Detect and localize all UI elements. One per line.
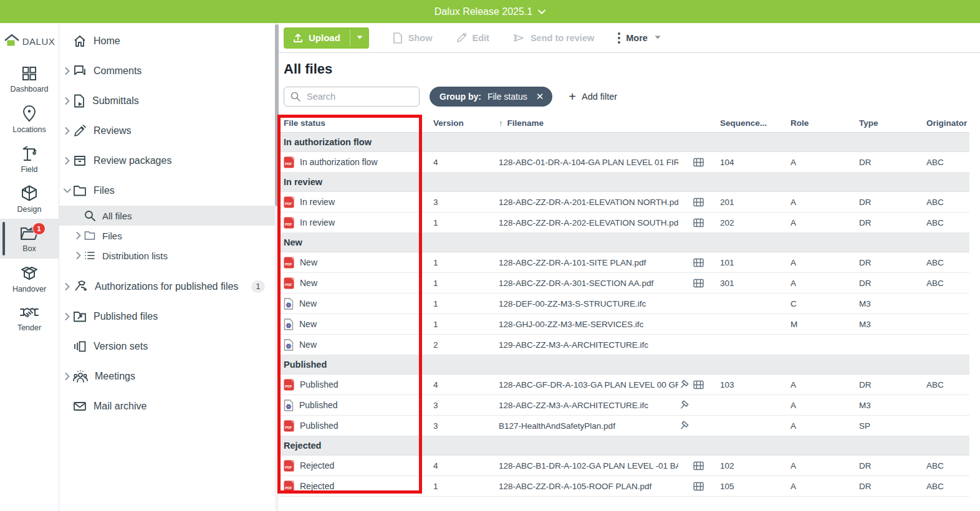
sheet-icon[interactable] [693,279,704,288]
sidebar-item-distribution-lists[interactable]: Distribution lists [59,246,275,265]
group-header-row[interactable]: Rejected [279,436,969,456]
rail-item-field[interactable]: Field [0,139,59,179]
sidebar-item-all-files[interactable]: All files [59,206,275,226]
project-chevron-down-icon[interactable] [538,9,545,14]
file-status-value: Published [299,400,338,410]
rail-item-locations[interactable]: Locations [0,99,59,139]
edit-button[interactable]: Edit [456,32,489,43]
upload-dropdown-button[interactable] [350,27,369,49]
remove-group-by-icon[interactable]: ✕ [536,91,544,102]
show-button[interactable]: Show [393,32,433,44]
sidebar-item-meetings[interactable]: Meetings [59,361,275,391]
type-value: DR [859,380,926,389]
upload-split-button[interactable]: Upload [284,27,369,49]
role-value: A [790,482,859,491]
group-header-row[interactable]: Published [279,355,969,375]
column-header-version[interactable]: Version [433,118,499,128]
sidebar-item-review-packages[interactable]: Review packages [59,146,275,176]
group-label: Published [279,360,969,370]
file-row[interactable]: PDFRejected4128-ABC-B1-DR-A-102-GA PLAN … [279,456,969,476]
file-row[interactable]: PDFIn authorization flow4128-ABC-01-DR-A… [279,152,969,173]
svg-text:PDF: PDF [285,222,292,226]
file-row[interactable]: PDFPublished4128-ABC-GF-DR-A-103-GA PLAN… [279,375,969,395]
chevron-right-icon[interactable] [62,283,73,290]
sidebar-item-home[interactable]: Home [59,26,275,56]
search-box[interactable] [284,87,420,107]
column-header-originator[interactable]: Originator [926,118,969,128]
dalux-logo[interactable]: DALUX [0,23,59,59]
chevron-right-icon[interactable] [62,97,73,105]
rail-item-box[interactable]: Box1 [0,219,59,259]
sidebar-item-mail-archive[interactable]: Mail archive [59,391,275,421]
file-row[interactable]: PDFNew1128-ABC-ZZ-DR-A-101-SITE PLAN.pdf… [279,252,969,273]
sequence-value: 105 [720,482,790,491]
sheet-icon[interactable] [693,258,704,267]
search-icon [291,92,300,102]
column-header-role[interactable]: Role [790,118,859,128]
group-by-label: Group by: [440,92,481,102]
sheet-icon[interactable] [693,158,704,167]
sheet-icon[interactable] [693,380,704,389]
sidebar-item-files-sub[interactable]: Files [59,226,275,246]
file-row[interactable]: New1128-GHJ-00-ZZ-M3-ME-SERVICES.ifcMM3 [279,314,969,335]
sidebar-item-authorizations[interactable]: Authorizations for published files1 [59,272,275,302]
chevron-right-icon[interactable] [73,232,84,239]
chevron-right-icon[interactable] [62,127,73,135]
role-value: A [790,461,859,470]
column-header-filename[interactable]: ↑Filename [499,118,720,128]
column-header-file-status[interactable]: File status [279,118,433,128]
dashboard-icon [21,65,37,82]
sidebar-item-version-sets[interactable]: Version sets [59,332,275,361]
sheet-icon[interactable] [693,461,704,470]
sidebar-item-published-files[interactable]: Published files [59,302,275,332]
sidebar-item-submittals[interactable]: Submittals [59,86,275,116]
rail-item-design[interactable]: Design [0,179,59,219]
send-to-review-button[interactable]: Send to review [513,33,594,43]
sheet-icon[interactable] [693,218,704,227]
file-status-value: Published [300,380,339,389]
search-input[interactable] [305,91,425,102]
filename-value: 128-ABC-ZZ-DR-A-202-ELEVATION SOUTH.pdf [499,218,678,227]
file-row[interactable]: PDFPublished3B127-HealthAndSafetyPlan.pd… [279,416,969,436]
group-by-chip[interactable]: Group by: File status ✕ [430,87,552,107]
chevron-down-icon[interactable] [62,188,73,193]
originator-value: ABC [926,198,969,207]
version-value: 3 [433,421,499,431]
add-filter-button[interactable]: + Add filter [569,90,617,103]
role-value: A [790,198,859,207]
file-row[interactable]: New1128-DEF-00-ZZ-M3-S-STRUCTURE.ifcCM3 [279,294,969,314]
file-row[interactable]: New2129-ABC-ZZ-M3-A-ARCHITECTURE.ifc [279,335,969,355]
chevron-right-icon[interactable] [62,373,73,380]
sheet-icon[interactable] [693,482,704,491]
column-header-sequence[interactable]: Sequence... [720,118,790,128]
file-row[interactable]: PDFNew1128-ABC-ZZ-DR-A-301-SECTION AA.pd… [279,273,969,294]
file-row[interactable]: PDFIn review1128-ABC-ZZ-DR-A-202-ELEVATI… [279,213,969,233]
more-button[interactable]: More [618,32,661,44]
sidebar-item-files[interactable]: Files [59,176,275,206]
column-header-type[interactable]: Type [859,118,926,128]
group-header-row[interactable]: In authorization flow [279,133,969,152]
chevron-right-icon[interactable] [62,313,73,320]
sheet-icon[interactable] [693,198,704,207]
filename-value: 128-ABC-ZZ-DR-A-201-ELEVATION NORTH.pdf [499,198,678,207]
file-row[interactable]: Published3128-ABC-ZZ-M3-A-ARCHITECTURE.i… [279,395,969,416]
sidebar-item-comments[interactable]: Comments [59,56,275,86]
group-header-row[interactable]: New [279,233,969,252]
sidebar-item-reviews[interactable]: Reviews [59,116,275,146]
chevron-right-icon[interactable] [62,67,73,75]
chevron-right-icon[interactable] [62,157,73,165]
file-row[interactable]: PDFRejected1128-ABC-ZZ-DR-A-105-ROOF PLA… [279,476,969,497]
group-header-row[interactable]: In review [279,173,969,192]
rail-item-tender[interactable]: Tender [0,298,59,338]
rail-item-handover[interactable]: Handover [0,259,59,298]
sidebar-item-label: Version sets [94,341,148,352]
crane-icon [21,145,38,162]
file-row[interactable]: PDFIn review3128-ABC-ZZ-DR-A-201-ELEVATI… [279,192,969,213]
project-title[interactable]: Dalux Release 2025.1 [435,6,532,17]
role-value: A [790,421,859,431]
chevron-right-icon[interactable] [73,252,84,259]
ifc-file-icon [284,399,294,411]
upload-button[interactable]: Upload [284,27,350,49]
rail-item-label: Dashboard [10,85,48,93]
rail-item-dashboard[interactable]: Dashboard [0,59,59,99]
